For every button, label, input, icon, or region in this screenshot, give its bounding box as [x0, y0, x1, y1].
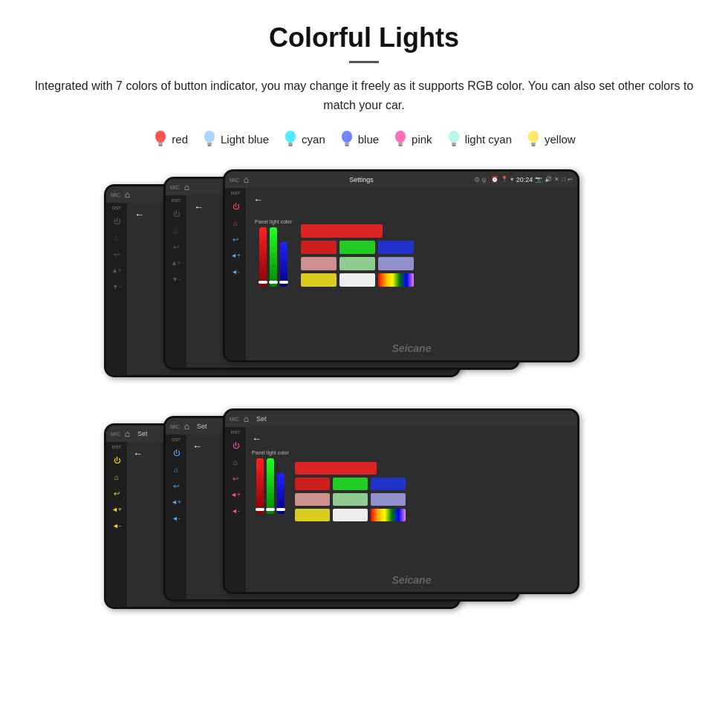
status-icons-3: ⏰📍♥ 20:24 📷🔊✕□↩ [491, 176, 573, 183]
svg-rect-3 [159, 145, 163, 146]
color-label-lightblue: Light blue [221, 133, 269, 146]
page-wrapper: Colorful Lights Integrated with 7 colors… [0, 0, 728, 631]
device-top-bar-3: MIC ⌂ Settings ⚙ ψ ⏰📍♥ 20:24 📷🔊✕□↩ [225, 172, 577, 188]
back-icon-3[interactable]: ↩ [230, 234, 241, 244]
lightcyan-bulb-icon [446, 129, 462, 149]
mic-label-1: MIC [111, 192, 120, 198]
time-display: 20:24 [516, 176, 533, 183]
vol-up-icon-2[interactable]: ▲+ [171, 258, 181, 268]
swatch-red-small[interactable] [301, 241, 337, 254]
swatch-lightgreen-small[interactable] [339, 257, 375, 270]
swatch-green-small[interactable] [339, 241, 375, 254]
home-icon-1[interactable]: ⌂ [111, 232, 122, 243]
back-icon-b3[interactable]: ↩ [230, 473, 241, 483]
svg-rect-11 [289, 145, 293, 146]
color-item-yellow: yellow [525, 129, 576, 149]
cyan-bulb-icon [282, 129, 299, 149]
swatch-yellow-small[interactable] [301, 273, 337, 287]
svg-point-21 [449, 131, 459, 143]
power-icon-3[interactable]: ⏻ [230, 201, 241, 212]
back-icon-b2[interactable]: ↩ [171, 481, 181, 491]
color-icons-row: red Light blue cyan [30, 129, 698, 149]
title-divider [349, 61, 379, 63]
power-icon-b1[interactable]: ⏻ [111, 455, 122, 466]
svg-rect-10 [288, 143, 293, 145]
home-icon-3[interactable]: ⌂ [230, 218, 241, 228]
power-icon-2[interactable]: ⏻ [171, 209, 181, 219]
power-icon-1[interactable]: ⏻ [111, 216, 122, 227]
mic-label-2: MIC [170, 185, 180, 190]
vol-up-icon-3[interactable]: ◄+ [230, 250, 241, 261]
main-panel-3: ← Panel light color [246, 188, 577, 360]
swatch-rainbow-b[interactable] [371, 509, 406, 521]
power-icon-b3[interactable]: ⏻ [230, 440, 241, 451]
home-icon-b1[interactable]: ⌂ [111, 472, 122, 482]
swatch-blue-b[interactable] [371, 478, 406, 490]
subtitle: Integrated with 7 colors of button indic… [30, 76, 698, 114]
vol-up-icon-1[interactable]: ▲+ [111, 265, 122, 276]
settings-label-3: Settings [253, 176, 469, 183]
swatch-red-large-b[interactable] [295, 462, 377, 475]
swatch-blue-small[interactable] [378, 241, 414, 254]
vol-up-icon-b2[interactable]: ◄+ [171, 497, 181, 507]
svg-rect-19 [399, 145, 403, 146]
svg-point-1 [155, 131, 166, 143]
back-icon-b1[interactable]: ↩ [111, 488, 122, 498]
color-item-lightcyan: light cyan [446, 129, 512, 149]
swatch-rainbow-small[interactable] [378, 273, 414, 287]
swatch-lavender-small[interactable] [378, 257, 414, 270]
swatch-white-small[interactable] [339, 273, 375, 287]
svg-rect-2 [158, 143, 163, 145]
device-frame-3: MIC ⌂ Settings ⚙ ψ ⏰📍♥ 20:24 📷🔊✕□↩ RST [223, 169, 579, 362]
swatch-yellow-b[interactable] [295, 509, 330, 521]
back-arrow-3[interactable]: ← [253, 194, 571, 205]
svg-rect-14 [345, 143, 349, 145]
svg-rect-26 [531, 143, 536, 145]
vol-up-icon-b1[interactable]: ◄+ [111, 504, 122, 515]
bottom-device-frame-3: MIC ⌂ Set RST ⏻ ⌂ ↩ ◄+ ◄- [223, 408, 579, 594]
lightblue-bulb-icon [201, 129, 218, 149]
vol-dn-icon-3[interactable]: ◄- [230, 267, 241, 277]
svg-rect-18 [398, 143, 403, 145]
top-device-stack: MIC ⌂ RST ⏻ ⌂ ↩ ▲+ ▼- ← [104, 169, 624, 385]
device-body-3: RST ⏻ ⌂ ↩ ◄+ ◄- ← [225, 188, 577, 360]
swatch-pink-small[interactable] [301, 257, 337, 270]
svg-rect-27 [532, 145, 536, 146]
swatch-pink-b[interactable] [295, 493, 330, 506]
swatch-lightgreen-b[interactable] [333, 493, 368, 506]
swatch-white-b[interactable] [333, 509, 368, 521]
swatch-red-b[interactable] [295, 478, 330, 490]
home-icon-2[interactable]: ⌂ [171, 225, 181, 235]
vol-dn-icon-b2[interactable]: ◄- [171, 513, 181, 524]
watermark-top: Seicane [392, 342, 432, 354]
power-icon-b2[interactable]: ⏻ [171, 448, 181, 458]
swatch-red-large[interactable] [301, 224, 383, 238]
color-label-blue: blue [358, 133, 379, 146]
vol-dn-icon-2[interactable]: ▼- [171, 274, 181, 284]
back-icon-2[interactable]: ↩ [171, 241, 181, 252]
page-title: Colorful Lights [30, 22, 698, 53]
blue-bulb-icon [339, 129, 355, 149]
svg-rect-23 [452, 145, 455, 146]
home-icon-b2[interactable]: ⌂ [171, 464, 181, 475]
svg-rect-6 [207, 143, 212, 145]
color-item-lightblue: Light blue [201, 129, 269, 149]
bottom-device-stack: MIC ⌂ Set RST ⏻ ⌂ ↩ ◄+ ◄- [104, 408, 624, 609]
panel-light-color-label-3: Panel light color [255, 219, 292, 224]
svg-point-17 [395, 131, 406, 143]
color-label-cyan: cyan [302, 133, 325, 146]
home-icon-b3[interactable]: ⌂ [230, 457, 241, 467]
mic-label-3: MIC [230, 178, 239, 183]
vol-up-icon-b3[interactable]: ◄+ [230, 489, 241, 500]
vol-dn-icon-b3[interactable]: ◄- [230, 506, 241, 516]
color-item-pink: pink [392, 129, 432, 149]
svg-rect-15 [345, 145, 348, 146]
vol-dn-icon-b1[interactable]: ◄- [111, 521, 122, 531]
swatch-lavender-b[interactable] [371, 493, 406, 506]
back-icon-1[interactable]: ↩ [111, 249, 122, 259]
yellow-bulb-icon [525, 129, 542, 149]
panel-light-color-label-b3: Panel light color [252, 450, 289, 455]
vol-dn-icon-1[interactable]: ▼- [111, 281, 122, 292]
red-bulb-icon [152, 129, 169, 149]
swatch-green-b[interactable] [333, 478, 368, 490]
